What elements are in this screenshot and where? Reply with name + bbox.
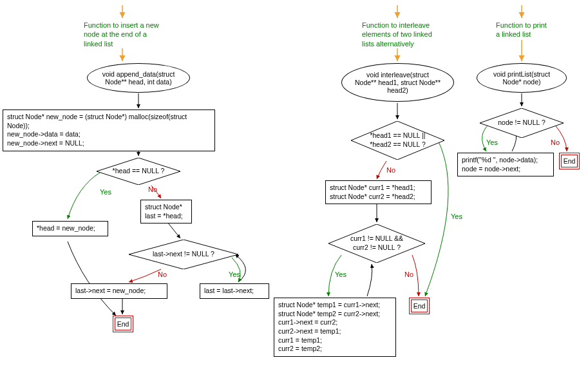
append-else2: last->next = new_node; bbox=[71, 283, 167, 299]
caption-interleave: Function to interleaveelements of two li… bbox=[362, 21, 446, 48]
append-then1: *head = new_node; bbox=[32, 221, 108, 236]
interleave-fn-node: void interleave(structNode** head1, stru… bbox=[341, 63, 454, 102]
append-cond1-no: No bbox=[148, 185, 157, 193]
print-cond-no: No bbox=[551, 138, 560, 146]
print-cond: node != NULL ? bbox=[480, 108, 564, 138]
interleave-end: End bbox=[409, 298, 430, 314]
interleave-fn-text: void interleave(structNode** head1, stru… bbox=[355, 71, 441, 94]
print-fn-text: void printList(structNode* node) bbox=[493, 70, 550, 86]
caption-print: Function to printa linked list bbox=[496, 21, 560, 39]
append-block1: struct Node* new_node = (struct Node*) m… bbox=[3, 109, 215, 151]
print-block: printf("%d ", node->data);node = node->n… bbox=[457, 153, 554, 176]
interleave-cond1: *head1 == NULL ||*head2 == NULL ? bbox=[351, 121, 444, 160]
caption-append: Function to insert a newnode at the end … bbox=[84, 21, 167, 48]
append-cond1: *head == NULL ? bbox=[97, 158, 180, 185]
append-fn-node: void append_data(structNode** head, int … bbox=[87, 63, 190, 93]
interleave-cond1-yes: Yes bbox=[451, 213, 462, 220]
append-cond2-yes: Yes bbox=[229, 271, 240, 278]
append-end: End bbox=[113, 316, 133, 332]
print-cond-yes: Yes bbox=[486, 138, 498, 146]
append-cond2-text: last->next != NULL ? bbox=[153, 250, 214, 259]
append-then2: last = last->next; bbox=[200, 283, 269, 299]
interleave-cond2-no: No bbox=[404, 271, 413, 278]
print-end-text: End bbox=[561, 155, 578, 167]
interleave-cond1-no: No bbox=[386, 166, 395, 174]
print-cond-text: node != NULL ? bbox=[498, 119, 545, 128]
interleave-block1: struct Node* curr1 = *head1;struct Node*… bbox=[325, 180, 432, 204]
print-fn-node: void printList(structNode* node) bbox=[477, 63, 567, 93]
print-end: End bbox=[559, 153, 580, 169]
interleave-end-text: End bbox=[411, 299, 428, 312]
append-end-text: End bbox=[115, 318, 131, 330]
interleave-cond2-text: curr1 != NULL &&curr2 != NULL ? bbox=[350, 234, 403, 252]
append-cond2-no: No bbox=[158, 271, 167, 278]
append-cond1-yes: Yes bbox=[100, 188, 111, 196]
interleave-cond2: curr1 != NULL &&curr2 != NULL ? bbox=[328, 224, 425, 263]
interleave-cond2-yes: Yes bbox=[335, 271, 346, 278]
append-fn-text: void append_data(structNode** head, int … bbox=[102, 70, 175, 86]
append-cond1-text: *head == NULL ? bbox=[113, 167, 165, 176]
svg-line-8 bbox=[167, 222, 180, 238]
append-cond2: last->next != NULL ? bbox=[129, 240, 238, 269]
interleave-block2: struct Node* temp1 = curr1->next;struct … bbox=[274, 298, 396, 357]
append-else1: struct Node*last = *head; bbox=[140, 200, 192, 223]
interleave-cond1-text: *head1 == NULL ||*head2 == NULL ? bbox=[370, 131, 426, 149]
